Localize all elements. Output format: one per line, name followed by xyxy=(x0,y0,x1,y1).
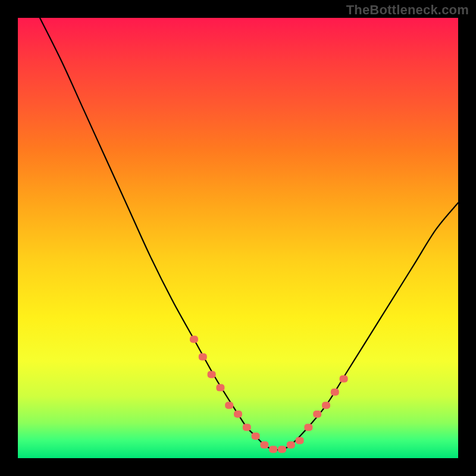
curve-layer xyxy=(18,18,458,458)
marker-point xyxy=(199,353,207,361)
marker-point xyxy=(208,371,216,378)
marker-point xyxy=(260,441,268,449)
marker-point xyxy=(243,424,251,431)
marker-point xyxy=(331,389,339,396)
marker-point xyxy=(234,411,242,418)
marker-point xyxy=(269,446,277,453)
marker-point xyxy=(278,446,286,453)
marker-point xyxy=(296,437,304,444)
marker-point xyxy=(225,402,233,409)
marker-point xyxy=(287,441,295,449)
marker-point xyxy=(252,433,260,440)
marker-point xyxy=(190,336,198,343)
marker-point xyxy=(216,384,224,392)
marker-point xyxy=(313,411,321,418)
marker-point xyxy=(340,375,348,383)
bottleneck-curve xyxy=(40,18,458,450)
marker-point xyxy=(322,402,330,409)
plot-area xyxy=(18,18,458,458)
chart-frame: TheBottleneck.com xyxy=(0,0,476,476)
highlighted-points xyxy=(190,336,348,453)
marker-point xyxy=(304,424,312,431)
watermark-text: TheBottleneck.com xyxy=(346,2,469,18)
